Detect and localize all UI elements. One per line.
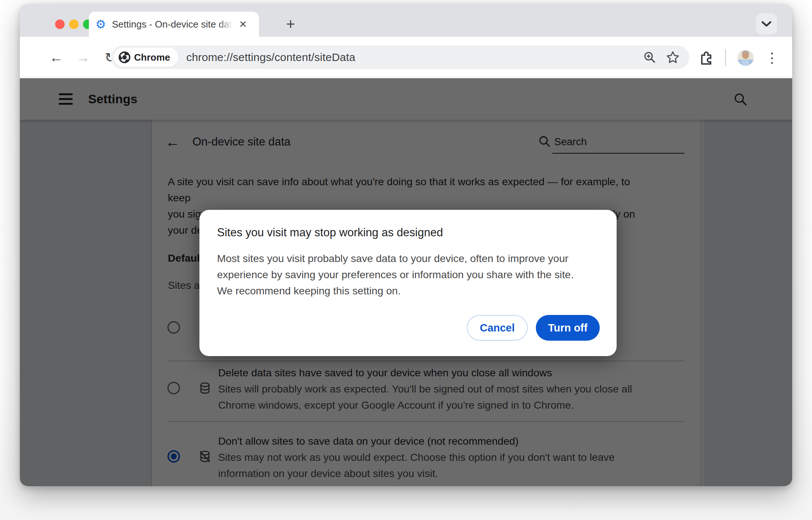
browser-menu-icon[interactable]: ⋮: [765, 51, 779, 65]
chevron-down-icon: [761, 21, 772, 27]
chrome-site-chip[interactable]: Chrome: [113, 48, 178, 67]
tab-title-fade: [219, 17, 235, 32]
extensions-puzzle-icon[interactable]: [699, 50, 714, 65]
tab-settings[interactable]: ⚙ Settings - On-device site data ✕: [89, 12, 259, 37]
bookmark-star-icon[interactable]: [666, 50, 680, 64]
zoom-in-icon[interactable]: [643, 51, 656, 64]
dialog-title: Sites you visit may stop working as desi…: [217, 226, 599, 239]
profile-avatar[interactable]: [737, 49, 754, 66]
browser-toolbar: ← → ↻ Chrome chrome://settings/content/s…: [20, 37, 792, 78]
toolbar-divider: [725, 49, 726, 66]
minimize-window-button[interactable]: [69, 19, 79, 29]
new-tab-button[interactable]: +: [286, 17, 295, 31]
url-text[interactable]: chrome://settings/content/siteData: [186, 51, 355, 64]
confirmation-dialog: Sites you visit may stop working as desi…: [199, 210, 617, 356]
tab-title: Settings - On-device site data: [112, 19, 235, 30]
settings-gear-favicon-icon: ⚙: [95, 18, 106, 30]
settings-page: Settings ← On-device site data Search A …: [20, 78, 792, 486]
chip-label: Chrome: [134, 52, 170, 63]
close-window-button[interactable]: [55, 19, 65, 29]
address-bar[interactable]: Chrome chrome://settings/content/siteDat…: [111, 46, 689, 69]
turn-off-button[interactable]: Turn off: [536, 315, 600, 341]
tab-close-icon[interactable]: ✕: [239, 19, 247, 29]
tab-strip: ⚙ Settings - On-device site data ✕ +: [20, 4, 792, 37]
back-button[interactable]: ←: [47, 37, 65, 78]
dialog-body: Most sites you visit probably save data …: [217, 250, 599, 299]
chrome-logo-icon: [119, 51, 130, 63]
tab-search-button[interactable]: [756, 13, 777, 35]
browser-window: ⚙ Settings - On-device site data ✕ + ← →…: [20, 4, 792, 486]
forward-button[interactable]: →: [74, 37, 92, 78]
cancel-button[interactable]: Cancel: [467, 315, 528, 341]
